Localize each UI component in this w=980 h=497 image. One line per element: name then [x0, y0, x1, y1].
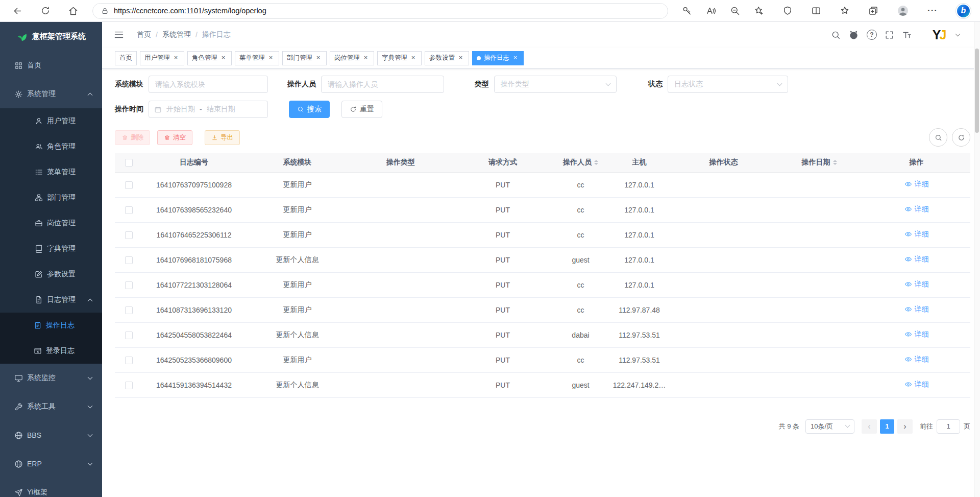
detail-link[interactable]: 详细 [904, 280, 929, 289]
select-all-checkbox[interactable] [125, 159, 133, 167]
prev-page-button[interactable]: ‹ [862, 419, 877, 434]
close-icon[interactable]: × [409, 54, 417, 62]
tab-dict-management[interactable]: 字典管理× [377, 51, 422, 65]
split-screen-icon[interactable] [811, 6, 821, 16]
site-lock-icon[interactable] [101, 7, 109, 15]
sidebar-item-erp[interactable]: ERP [0, 449, 102, 478]
tab-role-management[interactable]: 角色管理× [187, 51, 232, 65]
sidebar-item-users[interactable]: 用户管理 [0, 108, 102, 134]
col-date[interactable]: 操作日期 [776, 153, 863, 172]
detail-link[interactable]: 详细 [904, 305, 929, 314]
breadcrumb-home[interactable]: 首页 [137, 30, 151, 39]
detail-link[interactable]: 详细 [904, 330, 929, 339]
collections-icon[interactable] [868, 6, 878, 16]
sidebar-item-parameters[interactable]: 参数设置 [0, 262, 102, 287]
tab-menu-management[interactable]: 菜单管理× [235, 51, 279, 65]
favorites-star-icon[interactable] [840, 6, 850, 16]
detail-link[interactable]: 详细 [904, 230, 929, 239]
close-icon[interactable]: × [267, 54, 275, 62]
scrollbar[interactable] [974, 22, 980, 497]
browser-refresh-icon[interactable] [40, 6, 51, 16]
reset-button[interactable]: 重置 [341, 101, 382, 118]
profile-avatar[interactable] [897, 5, 909, 17]
status-select[interactable]: 日志状态 [668, 76, 788, 93]
type-select[interactable]: 操作类型 [494, 76, 617, 93]
goto-page-input[interactable] [937, 419, 960, 434]
search-button[interactable]: 搜索 [289, 101, 330, 118]
row-checkbox[interactable] [125, 256, 133, 264]
delete-button[interactable]: 删除 [115, 130, 150, 145]
module-input[interactable] [149, 76, 268, 93]
sidebar-item-login-log[interactable]: 登录日志 [0, 338, 102, 364]
detail-link[interactable]: 详细 [904, 255, 929, 264]
scrollbar-thumb[interactable] [975, 49, 979, 133]
sort-carets-icon[interactable] [833, 158, 837, 167]
close-icon[interactable]: × [511, 54, 519, 62]
tab-home[interactable]: 首页 [115, 51, 137, 65]
github-icon[interactable] [848, 30, 859, 40]
hamburger-icon[interactable] [114, 30, 124, 40]
row-checkbox[interactable] [125, 332, 133, 339]
page-size-select[interactable]: 10条/页 [805, 419, 854, 434]
tab-user-management[interactable]: 用户管理× [140, 51, 184, 65]
sidebar-item-log-management[interactable]: 日志管理 [0, 287, 102, 313]
row-checkbox[interactable] [125, 206, 133, 214]
browser-home-icon[interactable] [68, 6, 79, 16]
browser-back-icon[interactable] [12, 6, 23, 16]
date-range-picker[interactable]: 开始日期 - 结束日期 [149, 101, 268, 118]
bing-icon[interactable]: b [956, 4, 971, 18]
sidebar-item-dictionary[interactable]: 字典管理 [0, 236, 102, 262]
sidebar-item-system[interactable]: 系统管理 [0, 80, 102, 108]
sidebar-item-roles[interactable]: 角色管理 [0, 134, 102, 159]
sidebar-item-menus[interactable]: 菜单管理 [0, 159, 102, 185]
close-icon[interactable]: × [457, 54, 464, 62]
operator-input[interactable] [321, 76, 444, 93]
font-size-icon[interactable] [902, 30, 912, 40]
row-checkbox[interactable] [125, 357, 133, 364]
export-button[interactable]: 导出 [205, 130, 240, 145]
current-page-button[interactable]: 1 [880, 419, 894, 434]
close-icon[interactable]: × [219, 54, 227, 62]
sidebar-item-bbs[interactable]: BBS [0, 421, 102, 449]
sidebar-item-tools[interactable]: 系统工具 [0, 392, 102, 421]
tab-operation-log[interactable]: 操作日志× [472, 51, 524, 65]
address-bar[interactable]: https://ccnetcore.com:1101/system/log/op… [92, 3, 668, 19]
avatar-caret-icon[interactable] [955, 31, 961, 36]
refresh-table-button[interactable] [952, 128, 970, 147]
toggle-search-button[interactable] [929, 128, 947, 147]
shield-icon[interactable] [782, 6, 793, 16]
tab-department-management[interactable]: 部门管理× [282, 51, 327, 65]
zoom-out-icon[interactable] [730, 6, 740, 16]
sidebar-item-departments[interactable]: 部门管理 [0, 185, 102, 210]
breadcrumb-system[interactable]: 系统管理 [162, 30, 191, 39]
close-icon[interactable]: × [362, 54, 370, 62]
close-icon[interactable]: × [314, 54, 322, 62]
clear-button[interactable]: 清空 [157, 130, 192, 145]
row-checkbox[interactable] [125, 281, 133, 289]
sort-carets-icon[interactable] [594, 158, 598, 167]
tab-post-management[interactable]: 岗位管理× [330, 51, 374, 65]
col-operator[interactable]: 操作人员 [554, 153, 607, 172]
detail-link[interactable]: 详细 [904, 205, 929, 214]
row-checkbox[interactable] [125, 382, 133, 389]
detail-link[interactable]: 详细 [904, 380, 929, 389]
sidebar-item-home[interactable]: 首页 [0, 51, 102, 80]
close-icon[interactable]: × [172, 54, 180, 62]
detail-link[interactable]: 详细 [904, 355, 929, 364]
read-aloud-icon[interactable] [706, 6, 716, 16]
detail-link[interactable]: 详细 [904, 180, 929, 189]
browser-menu-dots-icon[interactable]: ··· [927, 6, 938, 16]
tab-parameter-settings[interactable]: 参数设置× [425, 51, 469, 65]
sidebar-item-monitoring[interactable]: 系统监控 [0, 364, 102, 392]
sidebar-item-posts[interactable]: 岗位管理 [0, 210, 102, 236]
help-icon[interactable]: ? [867, 30, 877, 40]
next-page-button[interactable]: › [897, 419, 913, 434]
sidebar-item-operation-log[interactable]: 操作日志 [0, 313, 102, 338]
add-favorite-star-icon[interactable] [754, 6, 764, 16]
header-search-icon[interactable] [831, 30, 841, 40]
saved-password-key-icon[interactable] [682, 6, 692, 16]
user-avatar-logo[interactable]: YJ [929, 25, 948, 44]
row-checkbox[interactable] [125, 231, 133, 239]
fullscreen-icon[interactable] [885, 30, 894, 40]
row-checkbox[interactable] [125, 181, 133, 189]
